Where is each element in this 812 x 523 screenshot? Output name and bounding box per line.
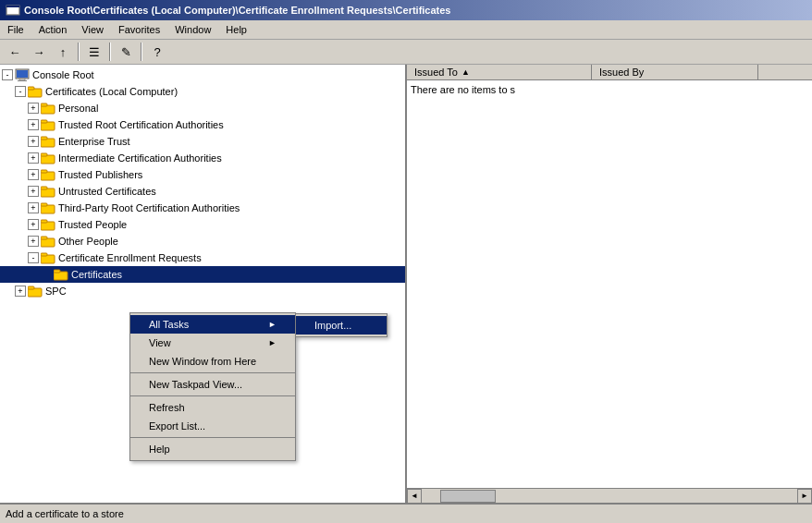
scroll-thumb[interactable] [440,490,496,503]
tree-label-trusted-root: Trusted Root Certification Authorities [58,119,224,130]
tree-label-certificates-sub: Certificates [71,269,122,280]
ctx-refresh[interactable]: Refresh [130,398,295,417]
ctx-export-list[interactable]: Export List... [130,417,295,435]
title-bar-text: Console Root\Certificates (Local Compute… [24,5,450,16]
svg-rect-10 [41,103,47,106]
ctx-help[interactable]: Help [130,440,295,458]
svg-rect-6 [18,80,27,81]
expand-trusted-people[interactable]: + [28,219,39,230]
tree-node-trusted-publishers[interactable]: + Trusted Publishers [0,166,405,183]
tree-label-spc: SPC [45,286,67,297]
expand-certificates-local[interactable]: - [15,86,26,97]
svg-rect-5 [19,79,25,80]
tree-node-trusted-people[interactable]: + Trusted People [0,216,405,233]
ctx-sep-1 [130,372,295,373]
menu-view[interactable]: View [74,22,111,37]
expand-untrusted-certs[interactable]: + [28,186,39,197]
tree-node-spc[interactable]: + SPC [0,283,405,299]
tree-node-console-root[interactable]: - Console Root [0,67,405,83]
tree-node-cert-enrollment[interactable]: - Certificate Enrollment Requests [0,249,405,266]
expand-cert-enrollment[interactable]: - [28,252,39,263]
svg-rect-30 [54,270,60,273]
tree-label-enterprise-trust: Enterprise Trust [58,136,130,147]
tree-panel[interactable]: - Console Root - Certificates (Local Com… [0,65,407,503]
ctx-all-tasks[interactable]: All Tasks ► [130,315,295,334]
tree-label-personal: Personal [58,103,98,114]
expand-other-people[interactable]: + [28,236,39,247]
cert-store-icon [28,85,43,98]
app-icon [6,3,20,18]
folder-icon-personal [41,102,55,115]
expand-personal[interactable]: + [28,103,39,114]
scroll-left-button[interactable]: ◄ [407,489,422,504]
right-content-area: There are no items to s [407,80,812,488]
expand-intermediate-ca[interactable]: + [28,152,39,164]
tree-node-certificates-sub[interactable]: Certificates [0,266,405,283]
col-header-issued-to[interactable]: Issued To ▲ [407,65,592,79]
menu-action[interactable]: Action [31,22,75,37]
ctx-refresh-label: Refresh [149,402,185,413]
expand-spc[interactable]: + [15,286,26,297]
ctx-view[interactable]: View ► [130,334,295,352]
menu-file[interactable]: File [0,22,31,37]
folder-icon-enterprise-trust [41,135,55,148]
expand-console-root[interactable]: - [2,69,13,80]
menu-help[interactable]: Help [218,22,254,37]
svg-rect-1 [7,7,18,14]
scroll-track[interactable] [422,489,797,504]
svg-rect-2 [6,6,19,7]
ctx-all-tasks-arrow: ► [268,320,277,329]
menu-favorites[interactable]: Favorites [111,22,167,37]
help-button[interactable]: ? [146,42,168,62]
empty-text: There are no items to s [411,84,515,95]
expand-trusted-root[interactable]: + [28,119,39,130]
show-hide-button[interactable]: ☰ [83,42,105,62]
status-text: Add a certificate to a store [6,508,124,519]
folder-icon-trusted-root [41,118,55,131]
tree-label-cert-enrollment: Certificate Enrollment Requests [58,252,202,263]
expand-third-party-root[interactable]: + [28,202,39,213]
menu-window[interactable]: Window [167,22,218,37]
ctx-new-window[interactable]: New Window from Here [130,352,295,371]
tree-label-other-people: Other People [58,236,118,247]
tree-node-enterprise-trust[interactable]: + Enterprise Trust [0,133,405,150]
content-area: - Console Root - Certificates (Local Com… [0,65,812,503]
submenu-all-tasks: Import... [295,313,388,337]
tree-label-intermediate-ca: Intermediate Certification Authorities [58,152,222,164]
svg-rect-22 [41,203,47,206]
toolbar-separator-3 [141,43,142,61]
tree-node-third-party-root[interactable]: + Third-Party Root Certification Authori… [0,200,405,216]
folder-icon-trusted-publishers [41,168,55,181]
tree-node-trusted-root[interactable]: + Trusted Root Certification Authorities [0,116,405,133]
submenu-import[interactable]: Import... [296,316,387,334]
tree-node-personal[interactable]: + Personal [0,100,405,116]
toolbar-separator-1 [78,43,80,61]
ctx-new-taskpad[interactable]: New Taskpad View... [130,375,295,394]
folder-icon-trusted-people [41,218,55,231]
tree-node-other-people[interactable]: + Other People [0,233,405,249]
up-button[interactable]: ↑ [52,42,74,62]
col-header-issued-by-label: Issued By [599,67,644,78]
right-panel: Issued To ▲ Issued By There are no items… [407,65,812,503]
tree-node-untrusted-certs[interactable]: + Untrusted Certificates [0,183,405,200]
folder-icon-other-people [41,235,55,248]
properties-button[interactable]: ✎ [115,42,137,62]
main-window: File Action View Favorites Window Help ←… [0,20,812,523]
sort-asc-icon: ▲ [461,67,470,77]
expand-enterprise-trust[interactable]: + [28,136,39,147]
col-header-issued-to-label: Issued To [414,67,458,78]
col-header-issued-by[interactable]: Issued By [592,65,758,79]
tree-node-certificates-local[interactable]: - Certificates (Local Computer) [0,83,405,100]
back-button[interactable]: ← [4,42,26,62]
tree-label-untrusted-certs: Untrusted Certificates [58,186,156,197]
expand-trusted-publishers[interactable]: + [28,169,39,180]
tree-node-intermediate-ca[interactable]: + Intermediate Certification Authorities [0,150,405,166]
svg-rect-14 [41,137,47,140]
ctx-help-label: Help [149,444,170,455]
scroll-right-button[interactable]: ► [797,489,812,504]
svg-rect-4 [17,70,28,78]
ctx-view-arrow: ► [268,338,277,347]
tree-label-certificates-local: Certificates (Local Computer) [45,86,178,97]
bottom-scrollbar[interactable]: ◄ ► [407,488,812,503]
forward-button[interactable]: → [28,42,50,62]
